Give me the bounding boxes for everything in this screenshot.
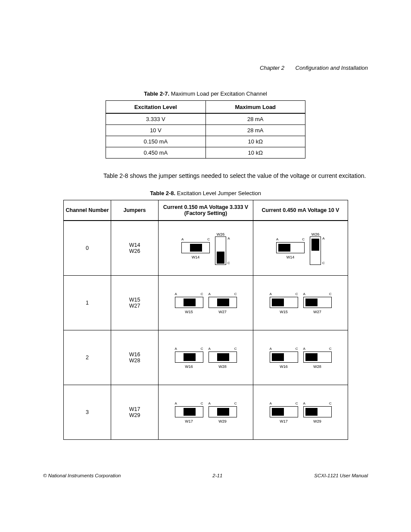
table-row: 3 W17 W29 AC W17 AC [64, 385, 348, 440]
table-2-7: Table 2-7. Maximum Load per Excitation C… [106, 90, 305, 159]
jumper-diagram: AC W16 AC W28 [253, 330, 348, 385]
t27-h1: Maximum Load [206, 101, 305, 114]
header-chapter: Chapter 2 [260, 65, 284, 71]
t27-h0: Excitation Level [106, 101, 206, 114]
page-footer: © National Instruments Corporation 2-11 … [43, 473, 368, 478]
table-row: 0.150 mA10 kΩ [106, 136, 305, 147]
jumper-diagram: AC W14 W26 AC [253, 221, 348, 276]
header-title: Configuration and Installation [296, 65, 368, 71]
jumper-diagram: AC W15 AC W27 [253, 276, 348, 330]
t28-h3: Current 0.450 mA Voltage 10 V [253, 200, 348, 221]
table-row: 0.450 mA10 kΩ [106, 147, 305, 159]
table-row: 1 W15 W27 AC W15 AC [64, 276, 348, 330]
table-2-7-caption: Table 2-7. Maximum Load per Excitation C… [106, 90, 305, 97]
caption-label: Table 2-7. [144, 90, 169, 97]
jumper-diagram: AC W17 AC W29 [159, 385, 253, 440]
caption-text: Excitation Level Jumper Selection [177, 190, 261, 196]
table-row: 2 W16 W28 AC W16 AC [64, 330, 348, 385]
jumper-diagram: AC W14 W26 AC [159, 221, 253, 276]
table-row: 3.333 V28 mA [106, 113, 305, 125]
caption-text: Maximum Load per Excitation Channel [171, 90, 267, 97]
footer-center: 2-11 [212, 473, 222, 478]
table-2-8: Table 2-8. Excitation Level Jumper Selec… [63, 190, 348, 440]
t28-h0: Channel Number [64, 200, 111, 221]
t28-h2: Current 0.150 mA Voltage 3.333 V (Factor… [159, 200, 253, 221]
running-header: Chapter 2 Configuration and Installation [260, 65, 368, 71]
paragraph: Table 2-8 shows the jumper settings need… [103, 171, 379, 180]
jumper-diagram: AC W17 AC W29 [253, 385, 348, 440]
jumper-diagram: AC W15 AC W27 [159, 276, 253, 330]
table-row: 10 V28 mA [106, 125, 305, 136]
table-2-8-caption: Table 2-8. Excitation Level Jumper Selec… [63, 190, 348, 196]
footer-left: © National Instruments Corporation [43, 473, 121, 478]
t28-h1: Jumpers [111, 200, 159, 221]
table-row: 0 W14 W26 AC W14 [64, 221, 348, 276]
footer-right: SCXI-1121 User Manual [314, 473, 368, 478]
jumper-diagram: AC W16 AC W28 [159, 330, 253, 385]
caption-label: Table 2-8. [150, 190, 175, 196]
